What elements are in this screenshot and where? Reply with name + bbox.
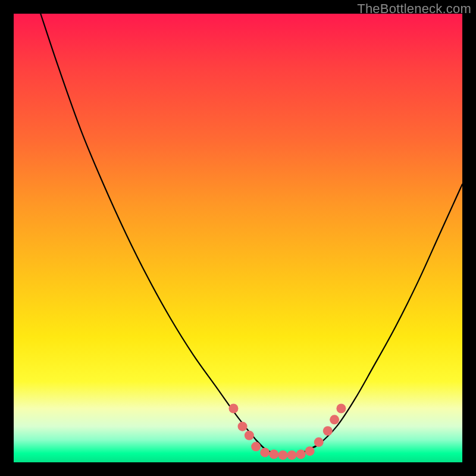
marker-dot [251,442,261,452]
chart-svg [14,14,462,462]
marker-dot [314,437,324,447]
marker-dot [245,431,254,440]
marker-dot [336,404,346,414]
marker-dot [269,449,278,459]
marker-group [228,404,346,460]
marker-dot [260,447,270,457]
chart-plot-area [14,14,462,462]
curve-group [40,14,462,455]
marker-dot [305,446,315,456]
marker-dot [296,449,306,459]
curve-left-curve [40,14,274,453]
curve-right-curve [310,184,462,449]
marker-dot [323,426,333,436]
marker-dot [238,422,248,431]
marker-dot [287,450,296,460]
marker-dot [330,415,339,424]
marker-dot [228,404,238,414]
marker-dot [278,450,287,460]
